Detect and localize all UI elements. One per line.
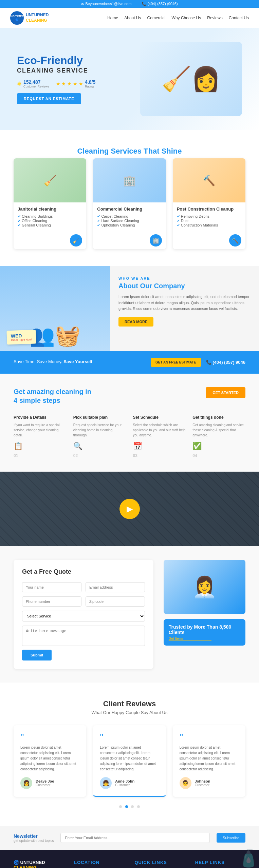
service-select[interactable]: Select Service <box>22 611 145 622</box>
note-label: Order Right Now! <box>11 338 32 342</box>
list-item: Removing Debris <box>177 214 241 219</box>
about-section: 👥🧺 WHO WE ARE About Our Company Lorem ip… <box>0 266 259 351</box>
hero-subtitle: CLEANING SERVICE <box>17 67 130 74</box>
step-icon-4: ✅ <box>192 442 245 451</box>
reviews-grid: " Lorem ipsum dolor sit amet consectetur… <box>14 725 245 797</box>
step-icon-1: 📋 <box>14 442 67 451</box>
nav-why[interactable]: Why Choose Us <box>172 16 201 20</box>
about-right: WHO WE ARE About Our Company Lorem ipsum… <box>110 266 259 351</box>
review-card-3: " Lorem ipsum dolor sit amet consectetur… <box>173 725 245 797</box>
steps-grid: Provide a Details If you want to require… <box>14 415 245 458</box>
banner-estimate-btn[interactable]: GET AN FREE ESTIMATE <box>151 358 201 367</box>
nav-home[interactable]: Home <box>107 16 118 20</box>
step-desc-3: Select the schedule which are applicable… <box>133 422 186 438</box>
service-img-3: 🔨 <box>173 158 245 202</box>
service-list-3: Removing Debris Dust Construction Materi… <box>177 214 241 228</box>
service-name-3: Post Construction Cleanup <box>177 206 241 212</box>
service-footer-2: 🏢 <box>93 232 166 249</box>
reviewer-info-3: Johnson Customer <box>195 779 210 787</box>
quote-mark-1: " <box>20 732 79 742</box>
service-icon-btn-3[interactable]: 🔨 <box>229 234 241 246</box>
nav-commercial[interactable]: Comercial <box>147 16 166 20</box>
play-button[interactable]: ▶ <box>119 499 140 519</box>
about-read-more[interactable]: READ MORE <box>118 317 153 327</box>
note-box: WED Order Right Now! <box>6 330 36 345</box>
nav-reviews[interactable]: Reviews <box>207 16 222 20</box>
step-name-4: Get things done <box>192 415 245 420</box>
promo-banner: Save Time. Save Money. Save Yourself GET… <box>0 351 259 374</box>
quote-mark-3: " <box>180 732 239 742</box>
footer-logo: 🌀 UNTURNEDCLEANING <box>14 860 64 868</box>
hero-image: 🧹👩 <box>130 42 242 116</box>
steps-section: Get amazing cleaning in 4 simple steps G… <box>0 374 259 472</box>
rating: ★ ★ ★ ★ ★ 4.8/5 Rating <box>56 79 96 88</box>
email-contact: ✉ Beyourownboss1@live.com <box>81 2 131 6</box>
trust-link[interactable]: Get Items ———————— <box>169 637 211 640</box>
newsletter-title: Newsletter <box>14 833 54 839</box>
message-textarea[interactable] <box>22 626 145 646</box>
list-item: Dust <box>177 219 241 223</box>
email-input[interactable] <box>86 582 145 592</box>
about-title: About Our Company <box>118 282 251 290</box>
hero-cta-button[interactable]: REQUEST AN ESTIMATE <box>17 93 81 104</box>
step-desc-2: Request special service for your cleanin… <box>73 422 126 438</box>
reviewer-2: 👧 Anne John Customer <box>100 777 159 789</box>
banner-text: Save Time. Save Money. Save Yourself <box>14 359 92 366</box>
hero-title: Eco-Friendly <box>17 54 130 67</box>
steps-title: Get amazing cleaning in 4 simple steps <box>14 387 91 405</box>
service-list-2: Carpet Cleaning Hard Surface Cleaning Up… <box>97 214 162 228</box>
list-item: Construction Materials <box>177 223 241 228</box>
services-title: Cleaning Services That Shine <box>14 147 245 156</box>
service-body-3: Post Construction Cleanup Removing Debri… <box>173 202 245 232</box>
step-4: Get things done Get amazing cleaning and… <box>192 415 245 458</box>
zip-input[interactable] <box>86 596 145 607</box>
reviewer-role-1: Customer <box>36 783 54 787</box>
dot-1[interactable] <box>119 805 122 808</box>
reviewer-role-2: Customer <box>115 783 134 787</box>
trust-box: Trusted by More Than 8,500 Clients Get I… <box>164 619 245 646</box>
nav-about[interactable]: About Us <box>124 16 141 20</box>
review-count: 🌟 152,487 Customer Reviews <box>17 79 49 88</box>
quote-section: Get a Free Quote Select Service Submit 👩… <box>0 546 259 683</box>
quote-form: Get a Free Quote Select Service Submit <box>14 560 153 669</box>
service-icon-btn-1[interactable]: 🧹 <box>70 234 82 246</box>
logo: NO TIME?🌀 UNTURNEDCLEANING <box>10 11 49 25</box>
service-icon-btn-2[interactable]: 🏢 <box>150 234 162 246</box>
footer-location-title: LOCATION <box>74 860 124 865</box>
footer-col-quicklinks: QUICK LINKS Home About Us Services Conta… <box>135 860 185 868</box>
dot-3[interactable] <box>131 805 134 808</box>
services-grid: 🧹 Janitorial cleaning Cleaning Buildings… <box>14 158 245 249</box>
footer-newsletter: Newsletter get update with best topics S… <box>0 826 259 850</box>
newsletter-input[interactable] <box>60 833 210 843</box>
list-item: Cleaning Buildings <box>18 214 82 219</box>
submit-button[interactable]: Submit <box>22 650 52 660</box>
step-num-2: 02 <box>73 453 126 458</box>
reviewer-1: 👩 Deave Joe Customer <box>20 777 79 789</box>
newsletter-sub: get update with best topics <box>14 839 54 843</box>
trust-desc: Get Items ———————— <box>169 637 240 640</box>
dot-4[interactable] <box>137 805 140 808</box>
services-section: Cleaning Services That Shine 🧹 Janitoria… <box>0 130 259 266</box>
nav-contact[interactable]: Contact Us <box>229 16 249 20</box>
name-input[interactable] <box>22 582 81 592</box>
service-card-2: 🏢 Commercial Cleaning Carpet Cleaning Ha… <box>93 158 166 249</box>
reviewer-3: 👨 Johnson Customer <box>180 777 239 789</box>
steps-cta-btn[interactable]: GET STARTED <box>206 387 245 398</box>
list-item: General Cleaning <box>18 223 82 228</box>
service-footer-3: 🔨 <box>173 232 245 249</box>
subscribe-button[interactable]: Subscribe <box>217 833 245 843</box>
banner-phone: 📞 (404) (357) 9046 <box>206 360 245 365</box>
dot-2[interactable] <box>125 805 128 808</box>
phone-input[interactable] <box>22 596 81 607</box>
service-img-2: 🏢 <box>93 158 166 202</box>
service-card-3: 🔨 Post Construction Cleanup Removing Deb… <box>173 158 245 249</box>
nav-links: Home About Us Comercial Why Choose Us Re… <box>107 16 249 20</box>
logo-text: UNTURNEDCLEANING <box>26 13 49 23</box>
service-body-1: Janitorial cleaning Cleaning Buildings O… <box>14 202 86 232</box>
video-section: ▶ <box>0 472 259 546</box>
review-dots <box>14 804 245 809</box>
form-row-1 <box>22 582 145 592</box>
reviewer-name-3: Johnson <box>195 779 210 783</box>
reviewer-info-1: Deave Joe Customer <box>36 779 54 787</box>
review-card-2: " Lorem ipsum dolor sit amet consectetur… <box>93 725 166 797</box>
